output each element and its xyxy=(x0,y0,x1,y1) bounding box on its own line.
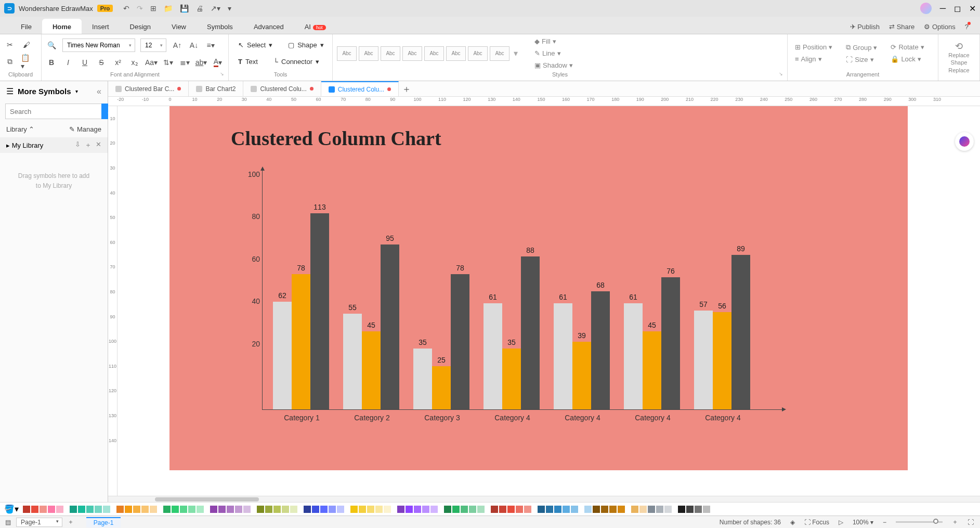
style-swatch[interactable]: Abc xyxy=(424,46,444,61)
color-swatch[interactable] xyxy=(282,506,289,513)
chart-bar[interactable]: 35 xyxy=(502,349,521,409)
chart-bar[interactable]: 76 xyxy=(661,277,680,409)
color-swatch[interactable] xyxy=(95,506,102,513)
shape-tool-button[interactable]: ▢ Shape ▾ xyxy=(283,39,329,51)
publish-button[interactable]: ✈ Publish xyxy=(850,23,880,31)
cut-icon[interactable]: ✂ xyxy=(4,39,16,50)
layers-icon[interactable]: ◈ xyxy=(790,519,795,526)
color-swatch[interactable] xyxy=(593,506,600,513)
color-swatch[interactable] xyxy=(70,506,77,513)
color-swatch[interactable] xyxy=(678,506,685,513)
color-swatch[interactable] xyxy=(210,506,217,513)
color-swatch[interactable] xyxy=(686,506,694,513)
color-swatch[interactable] xyxy=(350,506,358,513)
color-swatch[interactable] xyxy=(444,506,451,513)
zoom-out-icon[interactable]: − xyxy=(883,519,886,526)
line-button[interactable]: ✎ Line ▾ xyxy=(531,48,576,58)
zoom-level[interactable]: 100% ▾ xyxy=(853,519,873,526)
color-swatch[interactable] xyxy=(703,506,710,513)
color-swatch[interactable] xyxy=(375,506,383,513)
styles-gallery[interactable]: Abc Abc Abc Abc Abc Abc Abc Abc ▾ xyxy=(337,46,518,61)
color-swatch[interactable] xyxy=(235,506,242,513)
color-swatch[interactable] xyxy=(469,506,476,513)
help-icon[interactable]: ? xyxy=(965,23,972,31)
chart-bar[interactable]: 78 xyxy=(451,274,469,409)
style-swatch[interactable]: Abc xyxy=(446,46,466,61)
color-swatch[interactable] xyxy=(86,506,94,513)
italic-button[interactable]: I xyxy=(62,57,74,68)
symbol-search-input[interactable] xyxy=(5,104,101,119)
undo-icon[interactable]: ↶ xyxy=(123,4,129,12)
text-tool-button[interactable]: T Text xyxy=(233,56,263,68)
color-swatch[interactable] xyxy=(23,506,30,513)
tab-view[interactable]: View xyxy=(161,19,197,34)
chart-bar[interactable]: 95 xyxy=(381,244,399,409)
chart-bar[interactable]: 25 xyxy=(432,366,451,409)
style-swatch[interactable]: Abc xyxy=(402,46,422,61)
style-swatch[interactable]: Abc xyxy=(381,46,400,61)
chart-bar[interactable]: 89 xyxy=(731,255,750,409)
color-swatch[interactable] xyxy=(337,506,344,513)
chart-bar[interactable]: 45 xyxy=(362,331,381,409)
color-swatch[interactable] xyxy=(227,506,234,513)
font-family-select[interactable]: Times New Roman xyxy=(62,38,135,52)
connector-tool-button[interactable]: └ Connector ▾ xyxy=(268,56,324,68)
color-swatch[interactable] xyxy=(197,506,204,513)
font-search-icon[interactable]: 🔍 xyxy=(46,40,57,51)
color-swatch[interactable] xyxy=(48,506,55,513)
color-swatch[interactable] xyxy=(491,506,498,513)
chart-plot-area[interactable]: 6278113Category 1554595Category 2352578C… xyxy=(262,171,782,410)
color-swatch[interactable] xyxy=(461,506,468,513)
tab-home[interactable]: Home xyxy=(42,19,82,34)
strike-button[interactable]: S xyxy=(96,57,107,68)
page-selector[interactable]: Page-1 xyxy=(16,518,62,527)
color-swatch[interactable] xyxy=(631,506,638,513)
chart-bar[interactable]: 55 xyxy=(343,314,362,409)
chart-bar[interactable]: 57 xyxy=(694,311,713,409)
position-button[interactable]: ⊞ Position ▾ xyxy=(792,42,835,52)
color-swatch[interactable] xyxy=(40,506,47,513)
chart-bar[interactable]: 78 xyxy=(292,274,310,409)
size-button[interactable]: ⛶ Size ▾ xyxy=(843,55,880,65)
export-icon[interactable]: ↗▾ xyxy=(211,4,220,12)
color-swatch[interactable] xyxy=(116,506,124,513)
color-swatch[interactable] xyxy=(639,506,647,513)
color-swatch[interactable] xyxy=(406,506,413,513)
page-tab[interactable]: Page-1 xyxy=(86,517,121,527)
bold-button[interactable]: B xyxy=(46,57,57,68)
shadow-button[interactable]: ▣ Shadow ▾ xyxy=(531,60,576,70)
horizontal-scrollbar[interactable] xyxy=(108,496,980,502)
user-avatar-icon[interactable] xyxy=(920,3,932,14)
color-swatch[interactable] xyxy=(695,506,702,513)
case-icon[interactable]: Aa▾ xyxy=(146,57,157,68)
color-swatch[interactable] xyxy=(218,506,226,513)
bullets-icon[interactable]: ≣▾ xyxy=(179,57,190,68)
color-swatch[interactable] xyxy=(265,506,272,513)
color-swatch[interactable] xyxy=(711,506,718,513)
color-swatch[interactable] xyxy=(31,506,38,513)
open-icon[interactable]: 📁 xyxy=(164,4,173,12)
styles-more-icon[interactable]: ▾ xyxy=(514,48,518,58)
h-align-icon[interactable]: ≡▾ xyxy=(205,40,216,51)
import-lib-icon[interactable]: ⇩ xyxy=(75,140,81,150)
pages-panel-icon[interactable]: ▤ xyxy=(5,519,11,526)
color-swatch[interactable] xyxy=(257,506,264,513)
color-swatch[interactable] xyxy=(329,506,336,513)
rotate-button[interactable]: ⟳ Rotate ▾ xyxy=(887,42,927,52)
styles-launcher-icon[interactable]: ↘ xyxy=(779,71,783,76)
color-swatch[interactable] xyxy=(563,506,570,513)
group-button[interactable]: ⧉ Group ▾ xyxy=(843,42,880,53)
color-swatch[interactable] xyxy=(384,506,391,513)
fit-page-icon[interactable]: ⛶ xyxy=(968,519,974,526)
fill-bucket-icon[interactable]: 🪣▾ xyxy=(4,504,19,514)
close-icon[interactable]: ✕ xyxy=(969,4,976,14)
save-icon[interactable]: 💾 xyxy=(180,4,189,12)
replace-shape-button[interactable]: ⟲ Replace Shape xyxy=(943,41,975,66)
maximize-icon[interactable]: ◻ xyxy=(954,4,961,14)
color-swatch[interactable] xyxy=(601,506,608,513)
color-swatch[interactable] xyxy=(172,506,179,513)
highlight-icon[interactable]: ab▾ xyxy=(195,57,207,68)
superscript-icon[interactable]: x² xyxy=(112,57,124,68)
color-swatch[interactable] xyxy=(180,506,187,513)
style-swatch[interactable]: Abc xyxy=(359,46,378,61)
